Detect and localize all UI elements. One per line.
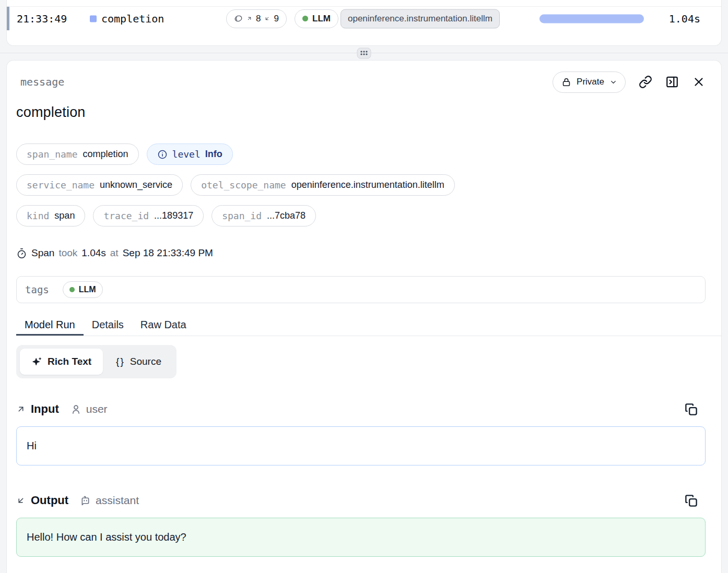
tag-dot-icon	[69, 287, 75, 292]
badge-key: trace_id	[103, 210, 149, 221]
span-detail-panel: message Private completion	[6, 60, 722, 573]
record-kind-label: message	[16, 76, 64, 88]
grip-dots-icon	[361, 51, 368, 55]
panel-right-icon	[665, 75, 679, 89]
braces-icon: {}	[116, 356, 125, 367]
user-icon	[71, 404, 81, 415]
llm-tag-badge: LLM	[295, 9, 338, 28]
trace-id-badge: trace_id ...189317	[93, 205, 204, 226]
badge-value: unknown_service	[100, 180, 172, 190]
otel-scope-badge: openinference.instrumentation.litellm	[340, 9, 500, 28]
rich-text-toggle[interactable]: Rich Text	[20, 349, 103, 375]
span-timing: Span took 1.04s at Sep 18 21:33:49 PM	[16, 247, 706, 259]
badge-key: service_name	[27, 180, 95, 190]
drag-handle[interactable]	[357, 47, 371, 58]
copy-icon	[684, 494, 698, 508]
arrow-up-right-icon	[246, 16, 252, 21]
source-toggle[interactable]: {} Source	[104, 349, 173, 375]
timing-duration: 1.04s	[81, 247, 105, 259]
tab-model-run[interactable]: Model Run	[16, 316, 84, 336]
level-badge: level Info	[147, 144, 233, 165]
badge-key: level	[172, 149, 201, 160]
input-section-header: Input user	[16, 401, 706, 417]
token-coin-icon	[234, 14, 243, 23]
span-id-badge: span_id ...7cba78	[212, 205, 316, 226]
copy-input-button[interactable]	[684, 402, 698, 416]
panel-resizer	[0, 46, 728, 60]
info-icon	[157, 149, 168, 160]
duration-bar	[539, 14, 644, 23]
timing-at: at	[110, 247, 119, 259]
span-diamond-icon	[90, 15, 97, 22]
badge-key: kind	[27, 210, 49, 221]
link-icon	[639, 75, 652, 89]
span-name-badge: span_name completion	[16, 144, 139, 165]
otel-scope-name-badge: otel_scope_name openinference.instrument…	[191, 174, 455, 196]
close-icon	[692, 75, 706, 89]
row-selection-accent	[7, 7, 9, 30]
service-name-badge: service_name unknown_service	[16, 174, 183, 196]
chevron-down-icon	[609, 78, 617, 86]
view-toggle: Rich Text {} Source	[16, 345, 177, 378]
source-label: Source	[130, 356, 161, 367]
input-role: user	[86, 403, 108, 415]
tag-llm[interactable]: LLM	[63, 281, 103, 298]
badge-value: ...189317	[154, 210, 193, 221]
trace-timestamp: 21:33:49	[17, 13, 67, 25]
close-panel-button[interactable]	[692, 75, 706, 89]
badge-key: span_name	[27, 149, 78, 160]
input-label: Input	[31, 402, 59, 416]
rich-text-label: Rich Text	[48, 356, 91, 367]
timing-entity: Span	[31, 247, 54, 259]
header-controls: Private	[553, 71, 706, 93]
trace-duration: 1.04s	[669, 13, 700, 25]
copy-icon	[684, 402, 698, 416]
detail-tabs: Model Run Details Raw Data	[16, 316, 721, 336]
tab-details[interactable]: Details	[84, 316, 132, 336]
input-token-count: 8	[256, 14, 261, 24]
output-role: assistant	[96, 494, 139, 507]
lock-icon	[561, 77, 571, 87]
badge-value: span	[54, 210, 75, 221]
output-label: Output	[31, 494, 68, 507]
badge-value: ...7cba78	[267, 210, 306, 221]
badge-key: span_id	[222, 210, 262, 221]
arrow-up-right-icon	[16, 404, 26, 414]
badge-value: Info	[205, 149, 222, 160]
tag-dot-icon	[302, 16, 308, 21]
output-section-header: Output assistant	[16, 493, 706, 508]
tag-label: LLM	[79, 285, 96, 294]
input-content[interactable]: Hi	[16, 426, 706, 465]
token-count-badge: 8 9	[226, 9, 287, 28]
privacy-label: Private	[577, 77, 604, 87]
tags-label: tags	[25, 284, 49, 295]
badge-key: otel_scope_name	[201, 180, 286, 190]
bot-icon	[80, 495, 91, 506]
trace-table-panel: 21:33:49 completion 8 9 LLM openinferenc…	[6, 0, 722, 46]
copy-output-button[interactable]	[684, 494, 698, 508]
output-content[interactable]: Hello! How can I assist you today?	[16, 518, 706, 557]
badge-value: openinference.instrumentation.litellm	[291, 180, 444, 190]
kind-badge: kind span	[16, 205, 85, 226]
page-title: completion	[16, 104, 706, 121]
table-row[interactable]: 21:33:49 completion 8 9 LLM openinferenc…	[7, 7, 721, 30]
badge-value: completion	[83, 149, 128, 160]
privacy-dropdown[interactable]: Private	[553, 71, 626, 93]
expand-side-panel-button[interactable]	[665, 75, 679, 89]
metadata-badges: span_name completion level Info service_…	[16, 144, 706, 226]
copy-link-button[interactable]	[639, 75, 652, 89]
timing-datetime: Sep 18 21:33:49 PM	[123, 247, 213, 259]
output-token-count: 9	[274, 14, 278, 24]
arrow-down-left-icon	[264, 16, 270, 21]
llm-tag-label: LLM	[312, 14, 331, 24]
timer-icon	[16, 248, 27, 259]
sparkles-icon	[31, 356, 42, 367]
tab-raw-data[interactable]: Raw Data	[132, 316, 195, 336]
trace-name: completion	[101, 13, 164, 25]
arrow-down-left-icon	[16, 496, 26, 505]
timing-took: took	[58, 247, 77, 259]
tags-box: tags LLM	[16, 276, 706, 303]
panel-header: message Private	[16, 61, 706, 93]
